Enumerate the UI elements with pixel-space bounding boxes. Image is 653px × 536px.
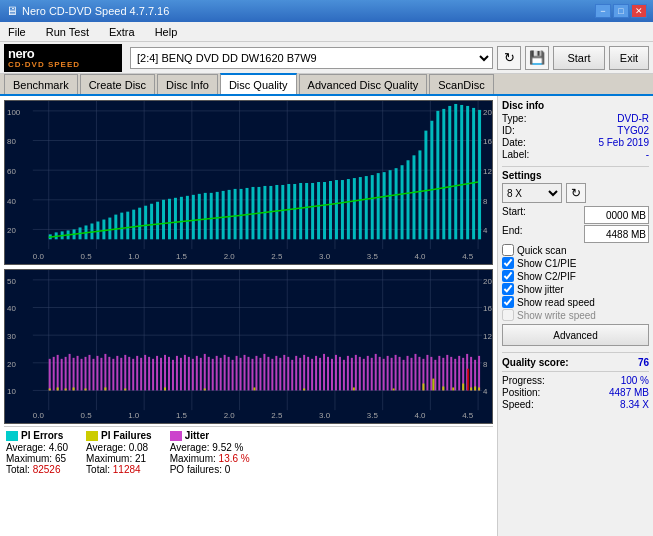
legend-pi-errors-title: PI Errors [6, 430, 68, 441]
svg-rect-137 [96, 356, 98, 391]
svg-rect-177 [255, 356, 257, 391]
jitter-po: PO failures: 0 [170, 464, 250, 475]
svg-text:20: 20 [483, 277, 492, 286]
disc-id-value: TYG02 [617, 125, 649, 136]
minimize-button[interactable]: − [595, 4, 611, 18]
speed-label: Speed: [502, 399, 534, 410]
progress-value: 100 % [621, 375, 649, 386]
svg-rect-41 [198, 194, 201, 239]
start-mb-input[interactable] [584, 206, 649, 224]
svg-rect-190 [307, 357, 309, 391]
pi-failures-avg: Average: 0.08 [86, 442, 152, 453]
svg-rect-127 [57, 355, 59, 391]
tab-advanced-disc-quality[interactable]: Advanced Disc Quality [299, 74, 428, 94]
show-c1-pie-checkbox[interactable] [502, 257, 514, 269]
start-mb-row: Start: [502, 206, 649, 224]
svg-rect-59 [305, 183, 308, 239]
svg-rect-31 [138, 208, 141, 240]
menu-extra[interactable]: Extra [105, 25, 139, 39]
menu-file[interactable]: File [4, 25, 30, 39]
progress-label: Progress: [502, 375, 545, 386]
save-button[interactable]: 💾 [525, 46, 549, 70]
show-jitter-row: Show jitter [502, 283, 649, 295]
svg-rect-247 [422, 384, 424, 391]
close-button[interactable]: ✕ [631, 4, 647, 18]
svg-rect-134 [85, 357, 87, 391]
speed-value: 8.34 X [620, 399, 649, 410]
svg-rect-44 [216, 192, 219, 239]
disc-label-label: Label: [502, 149, 529, 160]
speed-select[interactable]: 8 X [502, 183, 562, 203]
maximize-button[interactable]: □ [613, 4, 629, 18]
svg-rect-29 [126, 212, 129, 240]
svg-rect-214 [403, 360, 405, 391]
disc-date-value: 5 Feb 2019 [598, 137, 649, 148]
show-c1-pie-row: Show C1/PIE [502, 257, 649, 269]
svg-rect-84 [454, 104, 457, 239]
svg-rect-160 [188, 357, 190, 391]
svg-rect-184 [283, 355, 285, 391]
svg-rect-210 [387, 356, 389, 391]
position-label: Position: [502, 387, 540, 398]
svg-rect-254 [474, 386, 476, 390]
drive-selector[interactable]: [2:4] BENQ DVD DD DW1620 B7W9 [130, 47, 493, 69]
svg-rect-189 [303, 355, 305, 391]
top-chart-svg: 100 80 60 40 20 20 16 12 8 4 0.0 0.5 1.0… [5, 101, 492, 264]
svg-text:4.0: 4.0 [414, 252, 426, 261]
show-write-speed-checkbox[interactable] [502, 309, 514, 321]
svg-rect-165 [208, 357, 210, 391]
legend-pi-errors: PI Errors Average: 4.60 Maximum: 65 Tota… [6, 430, 68, 475]
exit-button[interactable]: Exit [609, 46, 649, 70]
pi-errors-avg: Average: 4.60 [6, 442, 68, 453]
svg-rect-193 [319, 358, 321, 391]
svg-rect-187 [295, 356, 297, 391]
tab-disc-info[interactable]: Disc Info [157, 74, 218, 94]
svg-text:1.0: 1.0 [128, 252, 140, 261]
tab-create-disc[interactable]: Create Disc [80, 74, 155, 94]
disc-label-value: - [646, 149, 649, 160]
show-c2-pif-row: Show C2/PIF [502, 270, 649, 282]
disc-type-value: DVD-R [617, 113, 649, 124]
jitter-color [170, 431, 182, 441]
title-bar-left: 🖥 Nero CD-DVD Speed 4.7.7.16 [6, 4, 169, 18]
pi-failures-max: Maximum: 21 [86, 453, 152, 464]
tab-disc-quality[interactable]: Disc Quality [220, 73, 297, 94]
show-jitter-label: Show jitter [517, 284, 564, 295]
start-button[interactable]: Start [553, 46, 605, 70]
svg-text:8: 8 [483, 197, 488, 206]
quality-score-value: 76 [638, 357, 649, 368]
svg-rect-109 [5, 270, 492, 423]
pi-errors-total: Total: 82526 [6, 464, 68, 475]
end-mb-row: End: [502, 225, 649, 243]
svg-rect-34 [156, 202, 159, 240]
disc-date-label: Date: [502, 137, 526, 148]
settings-refresh-icon[interactable]: ↻ [566, 183, 586, 203]
menu-run-test[interactable]: Run Test [42, 25, 93, 39]
show-c2-pif-checkbox[interactable] [502, 270, 514, 282]
svg-rect-35 [162, 200, 165, 240]
end-mb-label: End: [502, 225, 523, 243]
quick-scan-checkbox[interactable] [502, 244, 514, 256]
svg-rect-197 [335, 355, 337, 391]
show-jitter-checkbox[interactable] [502, 283, 514, 295]
show-read-speed-label: Show read speed [517, 297, 595, 308]
svg-rect-140 [108, 357, 110, 391]
show-read-speed-checkbox[interactable] [502, 296, 514, 308]
svg-rect-45 [222, 191, 225, 239]
tab-scan-disc[interactable]: ScanDisc [429, 74, 493, 94]
menu-bar: File Run Test Extra Help [0, 22, 653, 42]
svg-rect-180 [267, 357, 269, 391]
svg-rect-76 [407, 160, 410, 239]
svg-text:16: 16 [483, 137, 492, 146]
svg-rect-240 [124, 388, 126, 390]
svg-rect-30 [132, 210, 135, 240]
svg-rect-133 [81, 359, 83, 391]
advanced-button[interactable]: Advanced [502, 324, 649, 346]
refresh-button[interactable]: ↻ [497, 46, 521, 70]
end-mb-input[interactable] [584, 225, 649, 243]
svg-rect-249 [442, 386, 444, 390]
tab-benchmark[interactable]: Benchmark [4, 74, 78, 94]
legend-pi-failures: PI Failures Average: 0.08 Maximum: 21 To… [86, 430, 152, 475]
svg-rect-63 [329, 181, 332, 239]
menu-help[interactable]: Help [151, 25, 182, 39]
